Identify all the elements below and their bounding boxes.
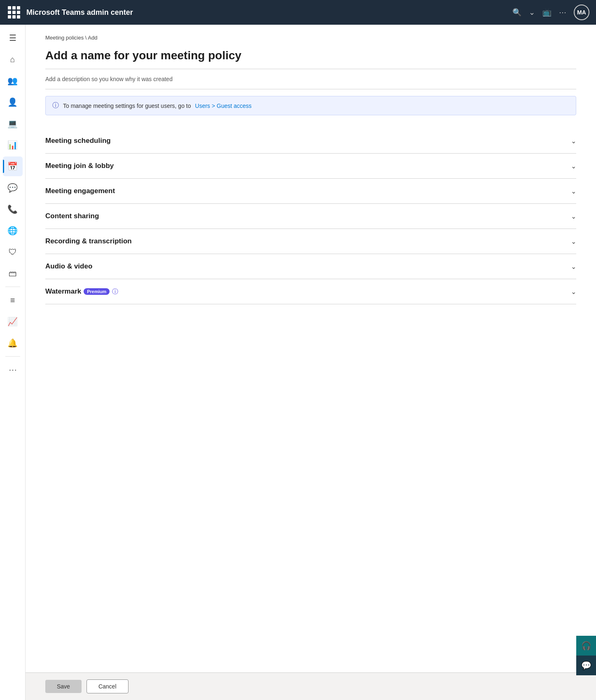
- watermark-label-group: Watermark Premium ⓘ: [45, 287, 118, 296]
- accordion-title-watermark: Watermark: [45, 287, 81, 296]
- globe-icon: 🌐: [7, 226, 18, 236]
- action-bar: Save Cancel: [26, 672, 596, 700]
- accordion-watermark: Watermark Premium ⓘ ⌄: [45, 279, 576, 304]
- sidebar-item-devices[interactable]: 💻: [3, 114, 23, 133]
- topbar: Microsoft Teams admin center 🔍 ⌄ 📺 ⋯ MA: [0, 0, 596, 25]
- main-content: Meeting policies \ Add Add a name for yo…: [26, 25, 596, 700]
- chevron-down-icon-3: ⌄: [571, 187, 576, 195]
- sidebar-item-locations[interactable]: 🌐: [3, 221, 23, 240]
- reports-icon: 🗃: [9, 269, 17, 278]
- chart-icon: 📈: [7, 317, 18, 327]
- floating-actions: 🎧 💬: [576, 636, 596, 675]
- chevron-down-icon: ⌄: [571, 137, 576, 145]
- floating-chat-button[interactable]: 💬: [576, 656, 596, 675]
- chevron-down-icon-5: ⌄: [571, 238, 576, 245]
- cancel-button[interactable]: Cancel: [86, 679, 129, 693]
- calendar-icon: 📅: [7, 161, 18, 171]
- chevron-down-icon-4: ⌄: [571, 212, 576, 220]
- floating-headset-button[interactable]: 🎧: [576, 636, 596, 656]
- more-icon[interactable]: ⋯: [559, 8, 566, 17]
- download-icon[interactable]: ⌄: [529, 8, 535, 17]
- devices-icon: 💻: [7, 119, 18, 128]
- phone-icon: 📞: [7, 204, 18, 214]
- content-area: Meeting policies \ Add Add a name for yo…: [26, 25, 596, 672]
- accordion-title-meeting-join-lobby: Meeting join & lobby: [45, 162, 114, 170]
- accordion-title-recording-transcription: Recording & transcription: [45, 237, 132, 245]
- chevron-down-icon-2: ⌄: [571, 162, 576, 170]
- breadcrumb-link[interactable]: Meeting policies: [45, 35, 84, 41]
- sidebar-divider: [5, 287, 20, 287]
- sidebar-item-security[interactable]: 🛡: [3, 242, 23, 262]
- title-divider: [45, 69, 576, 69]
- ellipsis-icon: ⋯: [9, 365, 17, 375]
- sidebar-item-messaging[interactable]: 💬: [3, 178, 23, 198]
- accordion-title-meeting-engagement: Meeting engagement: [45, 187, 115, 195]
- sidebar-item-list[interactable]: ≡: [3, 290, 23, 310]
- breadcrumb-current: Add: [88, 35, 97, 41]
- headset-icon: 🎧: [581, 641, 591, 651]
- accordion-recording-transcription: Recording & transcription ⌄: [45, 229, 576, 254]
- premium-badge: Premium: [84, 288, 110, 295]
- waffle-icon: [8, 6, 20, 19]
- sidebar-item-reports[interactable]: 🗃: [3, 264, 23, 283]
- accordion-header-meeting-engagement[interactable]: Meeting engagement ⌄: [45, 187, 576, 195]
- desc-divider: [45, 89, 576, 89]
- sidebar-item-menu[interactable]: ☰: [3, 28, 23, 48]
- waffle-menu-button[interactable]: [7, 5, 21, 20]
- sidebar-item-notifications[interactable]: 🔔: [3, 333, 23, 353]
- accordion-header-recording-transcription[interactable]: Recording & transcription ⌄: [45, 237, 576, 245]
- accordion-content-sharing: Content sharing ⌄: [45, 204, 576, 229]
- caption-icon[interactable]: 📺: [542, 8, 552, 17]
- chat-bubble-icon: 💬: [581, 660, 591, 670]
- page-description: Add a description so you know why it was…: [45, 76, 576, 82]
- accordion-header-meeting-scheduling[interactable]: Meeting scheduling ⌄: [45, 137, 576, 145]
- sidebar-item-analytics[interactable]: 📊: [3, 135, 23, 155]
- bell-icon: 🔔: [7, 338, 18, 348]
- premium-info-icon[interactable]: ⓘ: [112, 288, 118, 296]
- hamburger-icon: ☰: [9, 33, 16, 43]
- accordion-audio-video: Audio & video ⌄: [45, 254, 576, 279]
- accordion-meeting-scheduling: Meeting scheduling ⌄: [45, 128, 576, 154]
- accordion-header-content-sharing[interactable]: Content sharing ⌄: [45, 212, 576, 220]
- sidebar-item-more[interactable]: ⋯: [3, 360, 23, 380]
- save-button[interactable]: Save: [45, 680, 82, 693]
- breadcrumb-separator: \: [84, 35, 88, 41]
- shield-icon: 🛡: [9, 247, 17, 257]
- accordion-meeting-join-lobby: Meeting join & lobby ⌄: [45, 154, 576, 179]
- accordion-meeting-engagement: Meeting engagement ⌄: [45, 179, 576, 204]
- sidebar-divider-2: [5, 356, 20, 357]
- user-icon: 👤: [7, 97, 18, 107]
- avatar[interactable]: MA: [574, 5, 589, 20]
- accordion-title-audio-video: Audio & video: [45, 262, 92, 271]
- app-title: Microsoft Teams admin center: [26, 8, 512, 17]
- breadcrumb: Meeting policies \ Add: [45, 35, 576, 41]
- chevron-down-icon-7: ⌄: [571, 288, 576, 296]
- sidebar-item-performance[interactable]: 📈: [3, 312, 23, 331]
- search-icon[interactable]: 🔍: [512, 8, 521, 17]
- home-icon: ⌂: [10, 55, 15, 64]
- accordion-header-audio-video[interactable]: Audio & video ⌄: [45, 262, 576, 271]
- accordion-header-watermark[interactable]: Watermark Premium ⓘ ⌄: [45, 287, 576, 296]
- page-title: Add a name for your meeting policy: [45, 49, 576, 62]
- sidebar-item-meetings[interactable]: 📅: [3, 156, 23, 176]
- sidebar-item-home[interactable]: ⌂: [3, 49, 23, 69]
- sidebar-item-voice[interactable]: 📞: [3, 199, 23, 219]
- info-icon: ⓘ: [52, 101, 59, 110]
- users-icon: 👥: [7, 76, 18, 86]
- accordion-header-meeting-join-lobby[interactable]: Meeting join & lobby ⌄: [45, 162, 576, 170]
- analytics-icon: 📊: [7, 140, 18, 150]
- info-banner-text: To manage meeting settings for guest use…: [63, 103, 191, 109]
- accordion-title-meeting-scheduling: Meeting scheduling: [45, 137, 111, 145]
- sidebar-item-users[interactable]: 👥: [3, 71, 23, 91]
- topbar-icons: 🔍 ⌄ 📺 ⋯ MA: [512, 5, 589, 20]
- list-icon: ≡: [10, 296, 15, 305]
- sidebar-item-user[interactable]: 👤: [3, 92, 23, 112]
- info-banner: ⓘ To manage meeting settings for guest u…: [45, 96, 576, 115]
- accordion-title-content-sharing: Content sharing: [45, 212, 99, 220]
- sidebar: ☰ ⌂ 👥 👤 💻 📊 📅 💬 📞 🌐 🛡: [0, 25, 26, 700]
- chevron-down-icon-6: ⌄: [571, 263, 576, 271]
- info-banner-link[interactable]: Users > Guest access: [195, 103, 252, 109]
- chat-icon: 💬: [7, 183, 18, 193]
